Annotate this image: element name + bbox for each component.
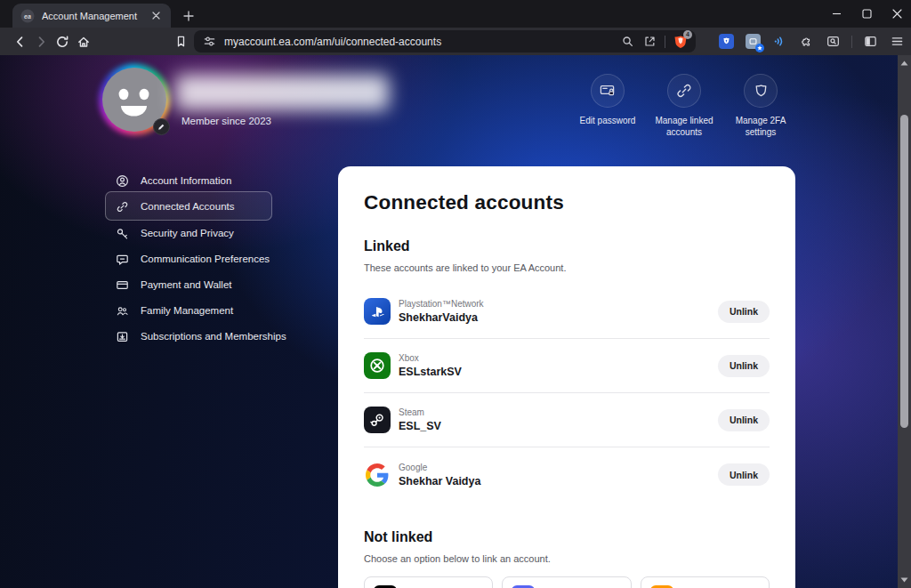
linked-accounts-list: Playstation™Network ShekharVaidya Unlink… xyxy=(364,285,770,502)
site-settings-icon[interactable] xyxy=(202,34,217,49)
steam-icon xyxy=(364,407,391,433)
toolbar-divider xyxy=(851,36,852,48)
linked-description: These accounts are linked to your EA Acc… xyxy=(364,262,770,273)
ea-favicon: ea xyxy=(20,9,35,23)
sidebar-item-payment-wallet[interactable]: Payment and Wallet xyxy=(116,276,231,294)
link-icon xyxy=(116,200,129,213)
edit-avatar-icon[interactable] xyxy=(153,118,170,135)
urlbar-divider xyxy=(665,36,665,48)
window-controls xyxy=(831,0,902,28)
google-icon xyxy=(364,462,391,488)
sidebar-item-communication-preferences[interactable]: Communication Preferences xyxy=(116,250,270,268)
bookmark-icon[interactable] xyxy=(173,33,189,50)
key-icon xyxy=(116,227,129,240)
provider-name: Playstation™Network xyxy=(399,299,484,309)
page-content: Member since 2023 Edit password Manage l… xyxy=(0,55,898,588)
url-text[interactable]: myaccount.ea.com/am/ui/connected-account… xyxy=(224,36,613,48)
share-icon[interactable] xyxy=(642,34,657,49)
password-card-icon[interactable] xyxy=(591,74,625,108)
password-manager-extension-icon[interactable] xyxy=(718,33,735,50)
playstation-icon xyxy=(364,298,391,325)
extensions-puzzle-icon[interactable] xyxy=(798,33,815,50)
link-options: Apple Discord Amazon xyxy=(364,576,770,588)
page-scrollbar[interactable] xyxy=(898,55,911,588)
sidebar-item-account-information[interactable]: Account Information xyxy=(116,172,231,189)
browser-toolbar: myaccount.ea.com/am/ui/connected-account… xyxy=(0,28,911,55)
tab-star-extension-icon[interactable] xyxy=(745,33,762,50)
browser-window: ea Account Management xyxy=(0,0,911,588)
scroll-down-icon[interactable] xyxy=(898,574,911,586)
search-tabs-icon[interactable] xyxy=(825,33,842,50)
manage-linked-accounts-button[interactable]: Manage linked accounts xyxy=(645,74,723,138)
provider-username: Shekhar Vaidya xyxy=(399,475,480,487)
xbox-icon xyxy=(364,352,391,379)
new-tab-button[interactable] xyxy=(180,7,198,25)
sidebar-item-family-management[interactable]: Family Management xyxy=(116,302,233,319)
manage-linked-accounts-label: Manage linked accounts xyxy=(645,115,723,138)
linked-heading: Linked xyxy=(364,238,770,254)
unlink-playstation-button[interactable]: Unlink xyxy=(718,301,770,323)
shield-2fa-icon[interactable] xyxy=(744,74,778,108)
family-icon xyxy=(116,304,129,318)
page-title: Connected accounts xyxy=(364,191,770,214)
back-icon[interactable] xyxy=(11,33,28,50)
tab-title: Account Management xyxy=(42,11,141,21)
star-badge-icon xyxy=(755,44,764,52)
sidebar-item-security-privacy[interactable]: Security and Privacy xyxy=(116,224,234,242)
unlink-google-button[interactable]: Unlink xyxy=(718,463,770,486)
provider-username: ESL_SV xyxy=(399,420,441,432)
home-icon[interactable] xyxy=(75,33,92,50)
provider-name: Google xyxy=(399,463,480,472)
forward-icon[interactable] xyxy=(33,33,50,50)
link-amazon-button[interactable]: Amazon xyxy=(641,576,770,588)
link-discord-button[interactable]: Discord xyxy=(502,576,631,588)
reload-icon[interactable] xyxy=(53,33,70,50)
tab-close-icon[interactable] xyxy=(149,9,163,23)
extension-cluster xyxy=(718,32,906,51)
account-row-google: Google Shekhar Vaidya Unlink xyxy=(364,447,770,502)
close-window-icon[interactable] xyxy=(891,9,902,20)
shields-blocked-badge: 4 xyxy=(683,30,692,39)
subscriptions-box-icon xyxy=(116,330,129,343)
provider-name: Xbox xyxy=(399,353,462,363)
account-row-steam: Steam ESL_SV Unlink xyxy=(364,393,770,447)
svg-text:ea: ea xyxy=(24,12,31,19)
unlink-xbox-button[interactable]: Unlink xyxy=(718,355,770,377)
read-aloud-icon[interactable] xyxy=(771,33,788,50)
sidebar-toggle-icon[interactable] xyxy=(862,33,879,50)
not-linked-heading: Not linked xyxy=(364,529,770,545)
credit-card-icon xyxy=(116,278,129,292)
account-row-xbox: Xbox ESLstarkSV Unlink xyxy=(364,339,770,393)
member-since-label: Member since 2023 xyxy=(181,116,271,126)
edit-password-button[interactable]: Edit password xyxy=(568,74,647,126)
menu-hamburger-icon[interactable] xyxy=(889,33,906,50)
scrollbar-thumb[interactable] xyxy=(900,115,908,428)
tab-account-management[interactable]: ea Account Management xyxy=(12,4,171,28)
link-apple-button[interactable]: Apple xyxy=(364,576,493,588)
unlink-steam-button[interactable]: Unlink xyxy=(718,409,770,431)
sidebar-item-subscriptions-memberships[interactable]: Subscriptions and Memberships xyxy=(116,327,286,345)
zoom-page-icon[interactable] xyxy=(620,34,635,49)
url-bar[interactable]: myaccount.ea.com/am/ui/connected-account… xyxy=(194,30,696,52)
blurred-username xyxy=(175,75,389,110)
link-icon[interactable] xyxy=(667,74,701,108)
maximize-icon[interactable] xyxy=(861,9,872,20)
minimize-icon[interactable] xyxy=(831,9,842,20)
provider-name: Steam xyxy=(399,407,441,417)
edit-password-label: Edit password xyxy=(568,115,647,126)
not-linked-description: Choose an option below to link an accoun… xyxy=(364,553,770,564)
provider-username: ESLstarkSV xyxy=(399,366,462,378)
chat-bubble-icon xyxy=(116,253,129,266)
manage-2fa-label: Manage 2FA settings xyxy=(722,115,800,138)
provider-username: ShekharVaidya xyxy=(399,311,484,324)
tab-bar: ea Account Management xyxy=(0,0,911,28)
sidebar-item-connected-accounts[interactable]: Connected Accounts xyxy=(116,197,235,215)
person-circle-icon xyxy=(116,174,129,188)
brave-shields-icon[interactable]: 4 xyxy=(673,34,688,49)
connected-accounts-card: Connected accounts Linked These accounts… xyxy=(338,166,795,588)
scroll-up-icon[interactable] xyxy=(898,57,911,69)
manage-2fa-button[interactable]: Manage 2FA settings xyxy=(722,74,800,138)
account-row-playstation: Playstation™Network ShekharVaidya Unlink xyxy=(364,285,770,339)
